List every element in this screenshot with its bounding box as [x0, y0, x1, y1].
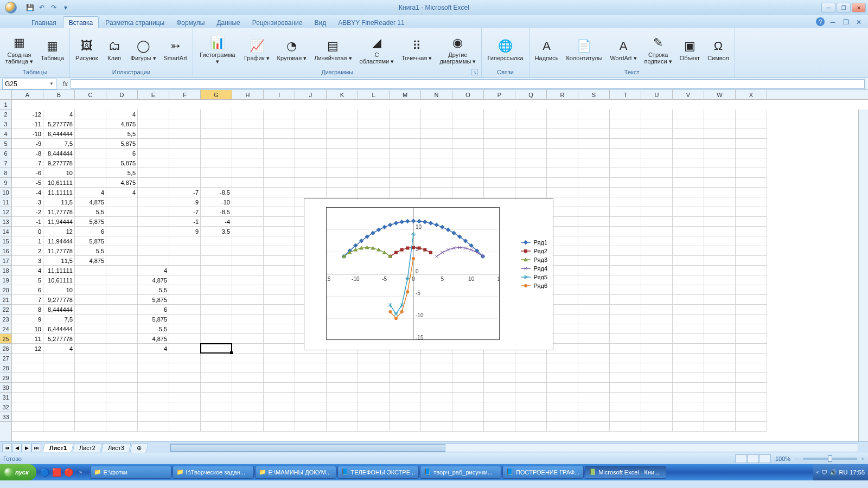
cell[interactable]: 11,11111 [43, 266, 75, 275]
cell[interactable]: 9,277778 [43, 295, 75, 305]
cell[interactable] [578, 139, 610, 149]
row-header[interactable]: 6 [0, 149, 11, 158]
cell[interactable] [169, 354, 201, 363]
cell[interactable] [264, 168, 295, 178]
cell[interactable] [106, 275, 138, 285]
cell[interactable] [736, 119, 767, 129]
cell[interactable]: 11,5 [43, 197, 75, 207]
cell[interactable] [673, 373, 704, 383]
cell[interactable] [232, 236, 264, 246]
cell[interactable] [358, 402, 390, 412]
cell[interactable] [484, 110, 515, 119]
cell[interactable] [484, 139, 515, 149]
cell[interactable] [138, 412, 169, 422]
cell[interactable] [452, 139, 484, 149]
cell[interactable] [264, 246, 295, 256]
column-header[interactable]: N [421, 90, 452, 99]
cell[interactable] [704, 129, 736, 139]
cell[interactable] [169, 119, 201, 129]
ribbon-tab-0[interactable]: Главная [26, 17, 62, 28]
cell[interactable] [390, 363, 421, 373]
sheet-nav-first[interactable]: ⏮ [2, 444, 12, 452]
taskbar-task[interactable]: 📁I:\Творческое задан... [173, 466, 254, 479]
cell[interactable] [264, 110, 295, 119]
cell[interactable] [704, 217, 736, 227]
column-header[interactable]: L [358, 90, 390, 99]
cell[interactable] [201, 246, 232, 256]
column-header[interactable]: U [641, 90, 673, 99]
cell[interactable]: -7 [169, 188, 201, 197]
cell[interactable] [201, 110, 232, 119]
column-header[interactable]: M [390, 90, 421, 99]
cell[interactable]: 12 [43, 227, 75, 236]
cell[interactable] [327, 129, 358, 139]
cell[interactable] [578, 246, 610, 256]
cell[interactable] [232, 149, 264, 158]
cell[interactable] [704, 402, 736, 412]
column-header[interactable]: C [75, 90, 106, 99]
cell[interactable] [232, 275, 264, 285]
cell[interactable] [547, 422, 578, 432]
name-box[interactable]: G25▼ [2, 79, 56, 89]
cell[interactable] [75, 266, 106, 275]
cell[interactable] [610, 344, 641, 354]
cell[interactable] [75, 168, 106, 178]
cell[interactable]: -11 [12, 119, 43, 129]
cell[interactable] [673, 295, 704, 305]
cell[interactable] [610, 236, 641, 246]
cell[interactable] [452, 129, 484, 139]
cell[interactable] [43, 412, 75, 422]
cell[interactable] [201, 324, 232, 334]
cell[interactable] [736, 344, 767, 354]
cell[interactable] [295, 168, 327, 178]
cell[interactable] [232, 207, 264, 217]
row-header[interactable]: 1 [0, 100, 11, 110]
cell[interactable] [358, 158, 390, 168]
pie-chart-button[interactable]: ◔Круговая ▾ [275, 36, 309, 62]
cell[interactable] [75, 139, 106, 149]
cell[interactable]: 4 [106, 110, 138, 119]
cell[interactable] [610, 295, 641, 305]
cell[interactable] [578, 373, 610, 383]
clip-button[interactable]: 🗂Клип [104, 36, 125, 62]
cell[interactable] [515, 139, 547, 149]
cell[interactable] [169, 129, 201, 139]
cell[interactable] [673, 314, 704, 324]
cell[interactable] [673, 119, 704, 129]
cell[interactable] [201, 295, 232, 305]
cell[interactable] [264, 188, 295, 197]
cell[interactable] [75, 344, 106, 354]
column-header[interactable]: J [295, 90, 327, 99]
cell[interactable] [610, 119, 641, 129]
cell[interactable] [578, 149, 610, 158]
cell[interactable] [201, 158, 232, 168]
cell[interactable] [201, 285, 232, 295]
cell[interactable] [264, 412, 295, 422]
cell[interactable] [736, 149, 767, 158]
cell[interactable]: 11,11111 [43, 188, 75, 197]
cell[interactable] [169, 139, 201, 149]
cell[interactable] [704, 275, 736, 285]
cell[interactable]: -4 [201, 217, 232, 227]
cell[interactable] [75, 393, 106, 402]
cell[interactable] [452, 119, 484, 129]
cell[interactable] [736, 227, 767, 236]
cell[interactable] [641, 158, 673, 168]
cell[interactable] [673, 188, 704, 197]
cell[interactable] [736, 217, 767, 227]
cell[interactable] [704, 285, 736, 295]
cell[interactable] [138, 207, 169, 217]
cell[interactable] [264, 324, 295, 334]
cell[interactable] [169, 412, 201, 422]
ql-opera-icon[interactable]: 🔴 [63, 466, 74, 478]
cell[interactable] [641, 295, 673, 305]
cell[interactable] [75, 149, 106, 158]
cell[interactable] [515, 383, 547, 393]
cell[interactable] [673, 324, 704, 334]
cell[interactable] [610, 178, 641, 188]
cell[interactable] [75, 334, 106, 344]
cell[interactable] [452, 383, 484, 393]
cell[interactable] [736, 314, 767, 324]
cell[interactable] [484, 422, 515, 432]
chart-plot-area[interactable]: -15-10-5051015-15-10-5051015 [326, 207, 500, 340]
